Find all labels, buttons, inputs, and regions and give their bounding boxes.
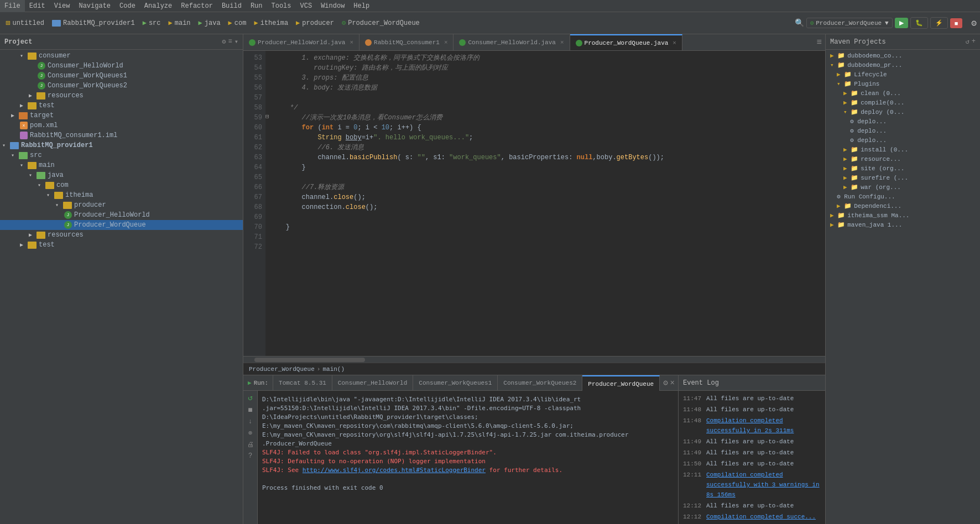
menu-view[interactable]: View: [50, 0, 75, 12]
tree-item-target[interactable]: ▶ target: [0, 111, 243, 120]
horizontal-scrollbar[interactable]: [243, 356, 825, 363]
menu-vcs[interactable]: VCS: [296, 0, 317, 12]
log-link-compilation3[interactable]: Compilation completed succe...: [706, 512, 816, 522]
folder-com[interactable]: ▶ com: [226, 18, 249, 28]
tree-item-producer-wordqueue[interactable]: J Producer_WordQueue: [0, 220, 243, 230]
tree-item-itheima[interactable]: ▾ itheima: [0, 190, 243, 200]
scroll-to-end-icon[interactable]: ↓: [248, 418, 252, 426]
tree-item-test-consumer[interactable]: ▶ test: [0, 101, 243, 111]
log-link-compilation2[interactable]: Compilation completed successfully with …: [706, 470, 821, 500]
menu-help[interactable]: Help: [349, 0, 374, 12]
menu-edit[interactable]: Edit: [25, 0, 50, 12]
tab-producer-helloworld[interactable]: Producer_HelloWorld.java ×: [243, 34, 359, 51]
maven-dubbodemo-pr[interactable]: ▾ 📁 dubbodemo_pr...: [826, 60, 980, 70]
project-untitled[interactable]: ⊞ untitled: [3, 17, 46, 29]
maven-dependencies[interactable]: ▶ 📁 Dependenci...: [826, 201, 980, 211]
folder-itheima[interactable]: ▶ itheima: [252, 18, 290, 28]
debug-button[interactable]: 🐛: [910, 17, 928, 29]
breadcrumb-method[interactable]: main(): [322, 366, 345, 373]
tree-item-consumer-workqueues2[interactable]: J Consumer_WorkQueues2: [0, 81, 243, 91]
tree-item-test-provider[interactable]: ▶ test: [0, 240, 243, 250]
run-label[interactable]: ▶ Run:: [243, 375, 273, 391]
tree-item-resources-consumer[interactable]: ▶ resources: [0, 91, 243, 101]
project-expand-icon[interactable]: ≡: [228, 38, 232, 46]
run-tab-consumer-workqueues1[interactable]: Consumer_WorkQueues1: [413, 375, 498, 391]
help-icon[interactable]: ?: [248, 452, 252, 460]
breadcrumb-class[interactable]: Producer_WordQueue: [249, 366, 315, 373]
maven-add-icon[interactable]: +: [972, 38, 976, 46]
maven-plugins[interactable]: ▾ 📁 Plugins: [826, 79, 980, 88]
run-tab-tomcat[interactable]: Tomcat 8.5.31: [273, 375, 332, 391]
run-tab-producer-wordqueue[interactable]: Producer_WordQueue: [582, 375, 660, 391]
project-options-icon[interactable]: ▾: [234, 38, 238, 46]
tree-item-main[interactable]: ▾ main: [0, 160, 243, 170]
code-content[interactable]: 1. exchange: 交换机名称，同平换式下交换机会按洛序的 routing…: [265, 51, 825, 356]
menu-navigate[interactable]: Navigate: [74, 0, 115, 12]
clear-icon[interactable]: ⊗: [248, 429, 252, 437]
menu-file[interactable]: File: [0, 0, 25, 12]
folder-main[interactable]: ▶ main: [166, 18, 193, 28]
menu-refactor[interactable]: Refactor: [176, 0, 217, 12]
menu-analyze[interactable]: Analyze: [140, 0, 176, 12]
print-icon[interactable]: 🖨: [247, 441, 254, 449]
menu-run[interactable]: Run: [246, 0, 267, 12]
maven-war[interactable]: ▶ 📁 war (org...: [826, 182, 980, 192]
slf4j-link[interactable]: http://www.slf4j.org/codes.html#StaticLo…: [303, 467, 486, 474]
tab-close-producer-helloworld[interactable]: ×: [350, 39, 353, 46]
maven-run-config[interactable]: ⚙ Run Configu...: [826, 192, 980, 201]
folder-java[interactable]: ▶ java: [196, 18, 223, 28]
maven-deploy-1[interactable]: ⚙ deplo...: [826, 117, 980, 126]
tree-item-consumer-workqueues1[interactable]: J Consumer_WorkQueues1: [0, 71, 243, 81]
maven-deploy-3[interactable]: ⚙ deplo...: [826, 135, 980, 145]
maven-install[interactable]: ▶ 📁 install (0...: [826, 145, 980, 154]
tree-item-consumer[interactable]: ▾ consumer: [0, 51, 243, 61]
coverage-button[interactable]: ⚡: [930, 17, 948, 29]
log-link-compilation1[interactable]: Compilation completed successfully in 2s…: [706, 416, 821, 436]
maven-resources[interactable]: ▶ 📁 resource...: [826, 154, 980, 164]
menu-code[interactable]: Code: [115, 0, 140, 12]
tree-item-src[interactable]: ▾ src: [0, 150, 243, 160]
maven-site[interactable]: ▶ 📁 site (org...: [826, 164, 980, 173]
tab-close-consumer-helloworld[interactable]: ×: [560, 39, 564, 46]
tabs-overflow-icon[interactable]: ≡: [813, 38, 825, 48]
run-tab-consumer-helloworld[interactable]: Consumer_HelloWorld: [332, 375, 413, 391]
tree-item-provider-module[interactable]: ▾ RabbitMQ_provider1: [0, 140, 243, 150]
run-close-icon[interactable]: ×: [670, 379, 675, 387]
maven-deploy[interactable]: ▾ 📁 deploy (0...: [826, 107, 980, 117]
menu-tools[interactable]: Tools: [267, 0, 296, 12]
maven-refresh-icon[interactable]: ↺: [966, 38, 969, 46]
tree-item-com[interactable]: ▾ com: [0, 180, 243, 190]
maven-clean[interactable]: ▶ 📁 clean (0...: [826, 88, 980, 98]
tab-rabbitmq-consumer1[interactable]: RabbitMQ_consumer1 ×: [359, 34, 453, 51]
file-producer-wordqueue[interactable]: ⚙ Producer_WordQueue: [340, 18, 422, 28]
maven-itheima-ssm[interactable]: ▶ 📁 itheima_ssm Ma...: [826, 211, 980, 220]
tab-producer-wordqueue[interactable]: Producer_WordQueue.java ×: [570, 34, 682, 51]
run-tab-consumer-workqueues2[interactable]: Consumer_WorkQueues2: [498, 375, 582, 391]
run-config-dropdown[interactable]: ⚙ Producer_WordQueue ▼: [806, 18, 893, 28]
toolbar-search-icon[interactable]: 🔍: [795, 18, 804, 28]
module-rabbitmq-provider[interactable]: RabbitMQ_provider1: [50, 18, 137, 28]
menu-build[interactable]: Build: [217, 0, 246, 12]
project-gear-icon[interactable]: ⚙: [222, 38, 226, 46]
maven-dubbodemo-co[interactable]: ▶ 📁 dubbodemo_co...: [826, 51, 980, 60]
tree-item-consumer-helloworld[interactable]: J Consumer_HelloWorld: [0, 61, 243, 71]
tree-item-producer-helloworld[interactable]: J Producer_HelloWorld: [0, 210, 243, 220]
maven-surefire[interactable]: ▶ 📁 surefire (...: [826, 173, 980, 182]
tree-item-iml[interactable]: RabbitMQ_consumer1.iml: [0, 130, 243, 140]
settings-icon[interactable]: ⚙: [971, 18, 977, 29]
maven-lifecycle[interactable]: ▶ 📁 Lifecycle: [826, 70, 980, 79]
fold-arrow-for[interactable]: ⊟: [265, 113, 269, 120]
stop-icon[interactable]: ■: [248, 406, 252, 415]
folder-src[interactable]: ▶ src: [140, 18, 163, 28]
maven-java-1[interactable]: ▶ 📁 maven_java 1...: [826, 220, 980, 229]
tab-consumer-helloworld[interactable]: Consumer_HelloWorld.java ×: [453, 34, 570, 51]
tree-item-pom[interactable]: x pom.xml: [0, 120, 243, 130]
maven-deploy-2[interactable]: ⚙ deplo...: [826, 126, 980, 135]
tree-item-java[interactable]: ▾ java: [0, 170, 243, 180]
maven-compile[interactable]: ▶ 📁 compile(0...: [826, 98, 980, 107]
stop-button[interactable]: ■: [950, 18, 963, 28]
tree-item-resources-provider[interactable]: ▶ resources: [0, 230, 243, 240]
rerun-icon[interactable]: ↺: [248, 393, 252, 402]
folder-producer[interactable]: ▶ producer: [294, 18, 336, 28]
tab-close-producer-wordqueue[interactable]: ×: [673, 40, 676, 46]
